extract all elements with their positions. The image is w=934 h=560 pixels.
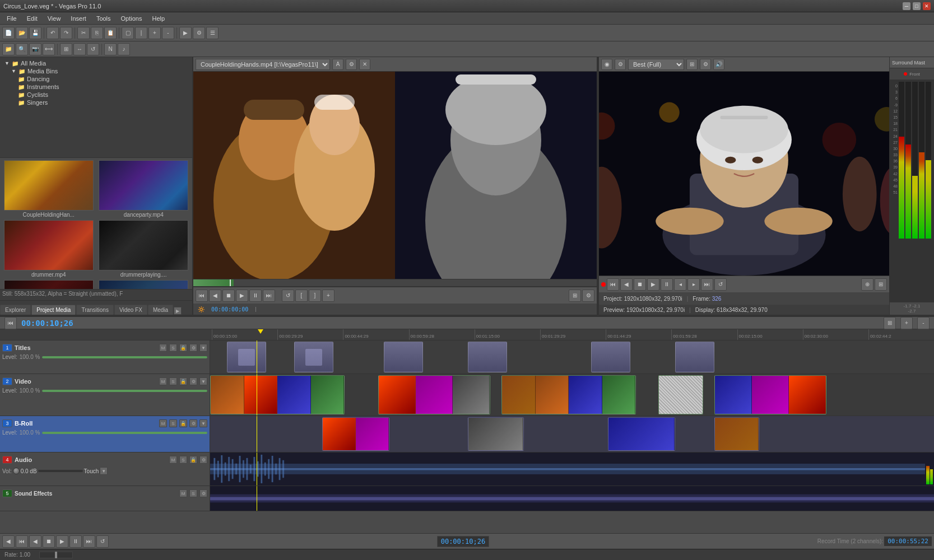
track-settings-2[interactable]: ⚙ xyxy=(189,377,197,385)
tree-item-cyclists[interactable]: 📁 Cyclists xyxy=(2,91,190,99)
track-level-slider-1[interactable] xyxy=(42,356,207,358)
audio-vol-knob[interactable] xyxy=(13,468,20,474)
video-clip-3[interactable] xyxy=(501,375,636,414)
track-mute-2[interactable]: M xyxy=(159,377,167,385)
tl-play-back[interactable]: ◀ xyxy=(29,535,41,548)
track-solo-3[interactable]: S xyxy=(169,419,177,427)
video-clip-4[interactable] xyxy=(658,375,703,414)
track-expand-3[interactable]: ▼ xyxy=(199,419,207,427)
timeline-btn-1[interactable]: ⏮ xyxy=(4,317,17,329)
track-solo-1[interactable]: S xyxy=(169,344,177,352)
video-clip-2[interactable] xyxy=(378,375,490,414)
source-view-mode[interactable]: ⊞ xyxy=(569,290,581,302)
clip-title-2[interactable] xyxy=(294,342,333,372)
track-number-3[interactable]: 3 xyxy=(2,419,12,427)
track-settings-3[interactable]: ⚙ xyxy=(189,419,197,427)
tree-item-media-bins[interactable]: ▼ 📁 Media Bins xyxy=(2,67,190,75)
monitor-quality-dropdown[interactable]: Best (Full) xyxy=(628,59,684,70)
tree-item-dancing[interactable]: 📁 Dancing xyxy=(2,75,190,83)
tab-explorer[interactable]: Explorer xyxy=(0,305,31,315)
loop-btn[interactable]: ↺ xyxy=(87,43,99,55)
source-go-end[interactable]: ⏭ xyxy=(263,290,275,302)
new-button[interactable]: 📄 xyxy=(2,27,15,39)
properties-button[interactable]: ☰ xyxy=(206,27,219,39)
redo-button[interactable]: ↷ xyxy=(60,27,72,39)
tl-go-start[interactable]: ⏮ xyxy=(16,535,28,548)
monitor-go-end[interactable]: ⏭ xyxy=(701,278,713,291)
media-item-2[interactable]: danceparty.mp4 xyxy=(97,160,190,218)
source-out-point[interactable]: ] xyxy=(309,290,321,302)
source-stop[interactable]: ⏹ xyxy=(222,290,235,302)
copy-button[interactable]: ⎘ xyxy=(91,27,103,39)
settings-button[interactable]: ⚙ xyxy=(193,27,205,39)
zoom-in-button[interactable]: + xyxy=(148,27,161,39)
monitor-icon[interactable]: ◉ xyxy=(601,59,612,70)
media-item-4[interactable]: drummerplaying.... xyxy=(97,220,190,278)
monitor-play[interactable]: ▶ xyxy=(647,278,659,291)
rate-slider[interactable] xyxy=(39,552,73,558)
source-preview-btn-2[interactable]: ⚙ xyxy=(346,59,357,70)
source-file-dropdown[interactable]: CoupleHoldingHands.mp4 [I:\VegasPro11\] xyxy=(196,59,330,70)
menu-file[interactable]: File xyxy=(2,14,21,23)
menu-help[interactable]: Help xyxy=(147,14,169,23)
monitor-frame-back[interactable]: ◂ xyxy=(674,278,686,291)
menu-view[interactable]: View xyxy=(43,14,66,23)
source-in-point[interactable]: [ xyxy=(295,290,308,302)
tl-go-end[interactable]: ⏭ xyxy=(83,535,95,548)
source-play-back[interactable]: ◀ xyxy=(209,290,221,302)
track-solo-4[interactable]: S xyxy=(179,456,187,464)
clip-title-4[interactable] xyxy=(468,342,507,372)
tab-transitions[interactable]: Transitions xyxy=(76,305,114,315)
zoom-out-button[interactable]: - xyxy=(162,27,174,39)
track-lock-2[interactable]: 🔒 xyxy=(179,377,187,385)
video-clip-5[interactable] xyxy=(714,375,826,414)
media-item-5[interactable]: girlwithscarf.mp4 xyxy=(2,280,95,289)
timeline-snap[interactable]: ⊞ xyxy=(884,317,896,329)
tabs-scroll-right[interactable]: ▶ xyxy=(174,307,182,315)
source-preview-close[interactable]: ✕ xyxy=(359,59,370,70)
media-item-6[interactable]: hairandmakeup.png xyxy=(97,280,190,289)
split-button[interactable]: | xyxy=(135,27,147,39)
track-settings-4[interactable]: ⚙ xyxy=(199,456,207,464)
monitor-loop-region[interactable]: ↺ xyxy=(714,278,727,291)
video-clip-1[interactable] xyxy=(210,375,345,414)
monitor-go-start[interactable]: ⏮ xyxy=(607,278,619,291)
menu-options[interactable]: Options xyxy=(117,14,147,23)
tab-media[interactable]: Media xyxy=(148,305,173,315)
source-pause[interactable]: ⏸ xyxy=(249,290,262,302)
monitor-btn-1[interactable]: ⚙ xyxy=(615,59,626,70)
tab-project-media[interactable]: Project Media xyxy=(31,305,76,315)
track-mute-5[interactable]: M xyxy=(179,489,187,497)
save-button[interactable]: 💾 xyxy=(29,27,41,39)
track-settings-1[interactable]: ⚙ xyxy=(189,344,197,352)
explorer-btn[interactable]: 🔍 xyxy=(16,43,28,55)
media-btn[interactable]: 📁 xyxy=(2,43,15,55)
tl-loop[interactable]: ↺ xyxy=(96,535,109,548)
broll-clip-4[interactable] xyxy=(714,417,759,451)
tl-stop[interactable]: ⏹ xyxy=(43,535,55,548)
monitor-stop[interactable]: ⏹ xyxy=(634,278,646,291)
monitor-zoom[interactable]: ⊕ xyxy=(861,278,873,291)
media-item-1[interactable]: CoupleHoldingHan... xyxy=(2,160,95,218)
track-number-2[interactable]: 2 xyxy=(2,377,12,385)
tl-play[interactable]: ▶ xyxy=(56,535,68,548)
render-button[interactable]: ▶ xyxy=(179,27,192,39)
track-level-slider-3[interactable] xyxy=(42,432,207,434)
track-lock-3[interactable]: 🔒 xyxy=(179,419,187,427)
clip-title-6[interactable] xyxy=(675,342,714,372)
source-preview-btn-1[interactable]: A xyxy=(332,59,343,70)
track-lock-1[interactable]: 🔒 xyxy=(179,344,187,352)
capture-btn[interactable]: 📷 xyxy=(29,43,41,55)
tree-item-instruments[interactable]: 📁 Instruments xyxy=(2,83,190,91)
track-mute-4[interactable]: M xyxy=(169,456,177,464)
track-level-slider-2[interactable] xyxy=(42,390,207,392)
broll-clip-3[interactable] xyxy=(608,417,675,451)
tl-pause[interactable]: ⏸ xyxy=(69,535,82,548)
paste-button[interactable]: 📋 xyxy=(104,27,117,39)
monitor-settings-btn[interactable]: ⚙ xyxy=(700,59,711,70)
broll-clip-1[interactable] xyxy=(322,417,389,451)
track-expand-2[interactable]: ▼ xyxy=(199,377,207,385)
clip-title-5[interactable] xyxy=(591,342,630,372)
track-expand-1[interactable]: ▼ xyxy=(199,344,207,352)
track-number-1[interactable]: 1 xyxy=(2,344,12,352)
